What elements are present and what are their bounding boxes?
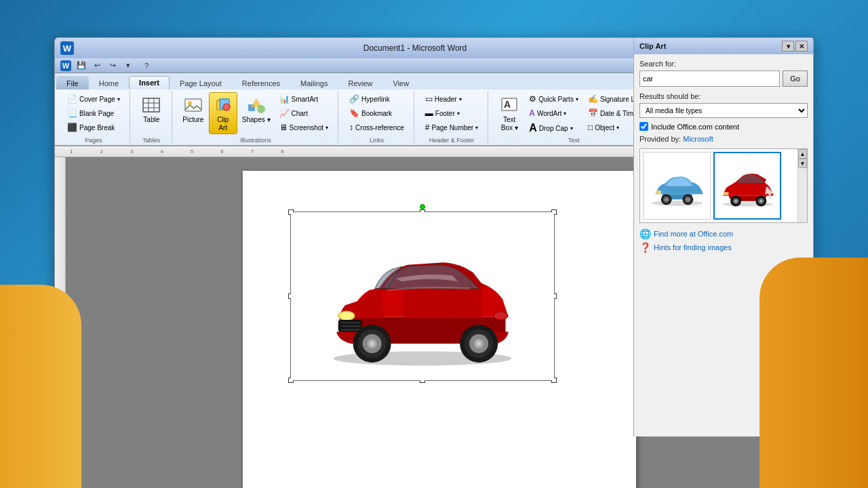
redo-button[interactable]: ↪ — [106, 60, 119, 72]
date-time-label: Date & Time — [600, 110, 637, 117]
svg-point-12 — [257, 105, 265, 113]
results-scrollbar[interactable]: ▲ ▼ — [797, 157, 807, 222]
tab-references[interactable]: References — [232, 77, 290, 89]
tab-file[interactable]: File — [56, 77, 89, 89]
cross-reference-button[interactable]: ↕ Cross-reference — [345, 121, 408, 134]
quick-parts-label: Quick Parts — [538, 96, 574, 103]
ribbon-group-tables: Table Tables — [132, 91, 172, 144]
text-box-label: TextBox ▾ — [501, 116, 518, 132]
ribbon-group-header-footer: ▭ Header ▬ Footer # Page Number Heade — [416, 91, 488, 144]
text-box-button[interactable]: A TextBox ▾ — [495, 92, 524, 134]
blank-page-icon: 📃 — [67, 108, 77, 118]
shapes-button[interactable]: Shapes ▾ — [239, 92, 274, 126]
shapes-label: Shapes ▾ — [242, 116, 271, 124]
ribbon-group-links: 🔗 Hyperlink 🔖 Bookmark ↕ Cross-reference — [340, 91, 414, 144]
rotation-handle[interactable] — [420, 204, 425, 209]
page-number-button[interactable]: # Page Number — [421, 121, 482, 134]
clip-thumb-2[interactable] — [713, 157, 781, 220]
document-inner: ▲ ▼ Clip Art ▾ ✕ Search for: — [55, 157, 813, 488]
svg-rect-5 — [185, 99, 201, 111]
tables-group-label: Tables — [142, 137, 160, 144]
save-qat-button[interactable]: 💾 — [75, 60, 88, 72]
red-car-svg — [715, 157, 780, 218]
wordart-button[interactable]: A WordArt — [525, 106, 583, 120]
desk-right — [760, 258, 868, 488]
tables-buttons: Table — [137, 92, 165, 136]
svg-point-33 — [651, 200, 703, 205]
tab-view[interactable]: View — [383, 77, 420, 89]
screenshot-icon: 🖥 — [279, 123, 288, 132]
svg-point-36 — [664, 197, 668, 201]
object-icon: □ — [588, 123, 593, 132]
svg-rect-19 — [340, 322, 361, 324]
clip-art-icon — [212, 94, 234, 116]
image-container[interactable] — [290, 211, 555, 381]
quick-parts-icon: ⚙ — [529, 94, 536, 104]
footer-label: Footer — [435, 110, 455, 117]
signature-line-icon: ✍ — [588, 94, 598, 104]
illustrations-buttons: Picture ClipArt — [179, 92, 332, 136]
table-icon — [140, 94, 162, 116]
tab-insert[interactable]: Insert — [129, 76, 170, 89]
hints-link[interactable]: ❓ Hints for finding images — [639, 242, 808, 253]
date-time-icon: 📅 — [588, 108, 598, 118]
footer-icon: ▬ — [425, 108, 433, 118]
panel-links: 🌐 Find more at Office.com ❓ Hints for fi… — [639, 228, 808, 253]
page-break-button[interactable]: ⬛ Page Break — [63, 121, 124, 134]
clip-thumb-1[interactable] — [643, 157, 711, 220]
page-number-icon: # — [425, 123, 430, 132]
word-window: W Document1 - Microsoft Word ─ □ ✕ W 💾 ↩… — [54, 37, 814, 437]
wordart-label: WordArt — [537, 110, 562, 117]
pages-group-label: Pages — [85, 137, 102, 144]
svg-point-44 — [734, 199, 737, 203]
drop-cap-button[interactable]: A Drop Cap — [525, 121, 583, 136]
svg-point-47 — [759, 199, 762, 203]
svg-point-27 — [370, 342, 374, 346]
svg-rect-21 — [340, 329, 361, 331]
clip-art-label: ClipArt — [217, 116, 229, 132]
help-button[interactable]: ? — [140, 60, 153, 72]
ribbon-group-pages: 📄 Cover Page 📃 Blank Page ⬛ Page Break — [58, 91, 130, 144]
hints-label: Hints for finding images — [654, 243, 732, 251]
bookmark-button[interactable]: 🔖 Bookmark — [345, 106, 408, 120]
blank-page-button[interactable]: 📃 Blank Page — [63, 106, 124, 120]
hyperlink-button[interactable]: 🔗 Hyperlink — [345, 92, 408, 106]
tab-mailings[interactable]: Mailings — [290, 77, 338, 89]
car-svg — [304, 222, 541, 371]
page-break-icon: ⬛ — [67, 123, 77, 132]
chart-button[interactable]: 📈 Chart — [275, 106, 333, 120]
screenshot-button[interactable]: 🖥 Screenshot — [275, 121, 333, 134]
document-container: 1 2 3 4 5 6 7 8 — [55, 146, 813, 488]
illustrations-group-label: Illustrations — [240, 137, 271, 144]
text-buttons: A TextBox ▾ ⚙ Quick Parts A WordArt — [495, 92, 652, 136]
drop-cap-label: Drop Cap — [539, 125, 568, 132]
svg-point-9 — [223, 104, 230, 110]
tab-home[interactable]: Home — [89, 77, 129, 89]
links-col: 🔗 Hyperlink 🔖 Bookmark ↕ Cross-reference — [345, 92, 408, 134]
illustrations-col: 📊 SmartArt 📈 Chart 🖥 Screenshot — [275, 92, 333, 134]
smartart-button[interactable]: 📊 SmartArt — [275, 92, 333, 106]
page-number-label: Page Number — [432, 124, 474, 131]
quick-parts-button[interactable]: ⚙ Quick Parts — [525, 92, 583, 106]
svg-rect-0 — [143, 98, 159, 112]
find-more-link[interactable]: 🌐 Find more at Office.com — [639, 228, 808, 239]
document-page — [243, 171, 636, 488]
results-scroll-down[interactable]: ▼ — [798, 159, 807, 168]
text-group-label: Text — [568, 137, 580, 144]
table-button[interactable]: Table — [137, 92, 165, 126]
ribbon-group-illustrations: Picture ClipArt — [174, 91, 338, 144]
customize-qat-button[interactable]: ▾ — [121, 60, 135, 72]
screenshot-label: Screenshot — [290, 124, 324, 131]
cover-page-button[interactable]: 📄 Cover Page — [63, 92, 124, 106]
undo-button[interactable]: ↩ — [90, 60, 104, 72]
tab-review[interactable]: Review — [338, 77, 382, 89]
header-button[interactable]: ▭ Header — [421, 92, 482, 106]
blue-car-svg — [645, 157, 709, 218]
tab-page-layout[interactable]: Page Layout — [170, 77, 232, 89]
clip-art-button[interactable]: ClipArt — [209, 92, 237, 134]
text-box-icon: A — [498, 94, 520, 116]
chart-icon: 📈 — [279, 108, 290, 118]
footer-button[interactable]: ▬ Footer — [421, 106, 482, 120]
svg-rect-20 — [340, 325, 361, 327]
picture-button[interactable]: Picture — [179, 92, 208, 126]
